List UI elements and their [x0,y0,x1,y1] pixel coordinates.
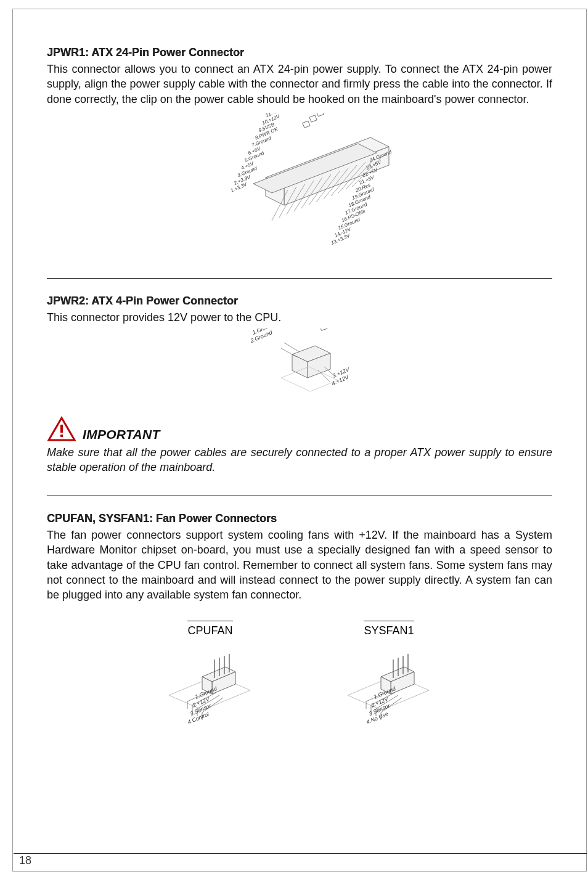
svg-rect-14 [309,115,317,122]
svg-rect-57 [319,329,327,330]
cpufan-cell: CPUFAN [158,624,263,732]
jpwr2-pins-left: 1.Ground 2.Ground [247,329,279,344]
page-number: 18 [19,854,31,867]
jpwr2-title: JPWR2: ATX 4-Pin Power Connector [47,295,552,308]
warning-icon [47,416,76,442]
jpwr2-body: This connector provides 12V power to the… [47,310,552,325]
sysfan1-figure: 1.Ground 2.+12V 3.Sensor 4.No Use [337,650,441,730]
fan-row: CPUFAN [47,624,552,732]
footer-rule [14,853,587,854]
svg-rect-15 [303,121,310,128]
jpwr2-connector-icon [292,346,330,378]
fans-title: CPUFAN, SYSFAN1: Fan Power Connectors [47,512,552,525]
svg-line-66 [318,370,330,382]
cpufan-figure: 1.Ground 2.+12V 3.Sensor 4.Control [158,650,263,730]
svg-rect-13 [316,113,324,116]
jpwr1-title: JPWR1: ATX 24-Pin Power Connector [47,46,552,59]
page-outer: JPWR1: ATX 24-Pin Power Connector This c… [12,9,587,872]
sysfan1-label: SYSFAN1 [364,624,414,637]
important-block: IMPORTANT [47,416,552,442]
fans-body: The fan power connectors support system … [47,528,552,602]
svg-rect-69 [60,425,63,433]
cpufan-label: CPUFAN [187,624,232,637]
svg-rect-70 [60,435,63,437]
jpwr1-figure: 12.+3.3V 11.+12V 10.+12V 9.5VSB 8.PWR OK… [47,113,552,257]
sysfan1-cell: SYSFAN1 [337,624,441,732]
divider-2 [47,496,552,496]
jpwr1-body: This connector allows you to connect an … [47,62,552,107]
divider-1 [47,278,552,279]
jpwr2-figure: 1.Ground 2.Ground 3.+12V 4.+12V [47,329,552,399]
jpwr2-pins-right: 3.+12V 4.+12V [328,366,353,386]
svg-line-62 [281,348,296,357]
important-label: IMPORTANT [83,427,160,442]
important-body: Make sure that all the power cables are … [47,446,552,475]
svg-line-61 [284,343,300,352]
